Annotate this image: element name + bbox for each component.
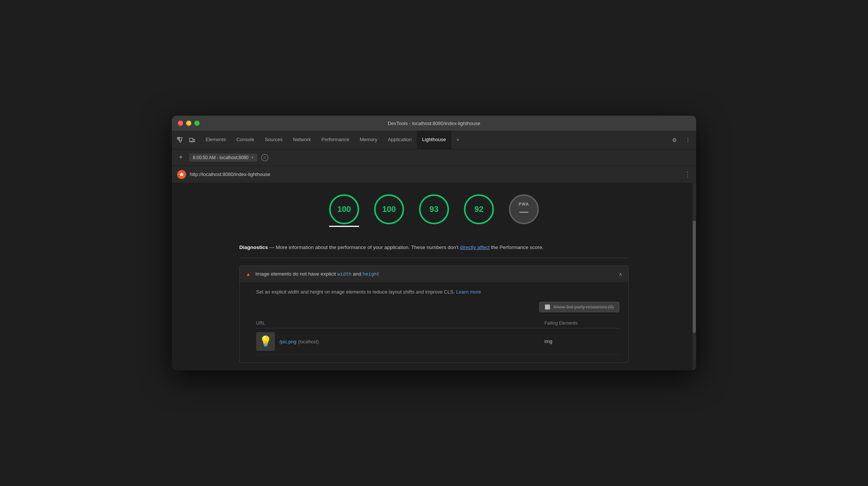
- audit-body: Set an explicit width and height on imag…: [240, 282, 628, 362]
- window-title: DevTools - localhost:8080/index-lighthou…: [388, 121, 480, 126]
- tabs: Elements Console Sources Network Perform…: [200, 131, 666, 149]
- close-button[interactable]: [178, 121, 183, 126]
- resource-url-link[interactable]: /pic.png: [279, 339, 297, 344]
- resource-host: (localhost): [298, 339, 319, 344]
- svg-marker-4: [179, 172, 184, 176]
- col-url-header: URL: [256, 321, 544, 326]
- audit-table: URL Failing Elements 💡 /pic.png (local: [256, 318, 619, 355]
- lighthouse-more-icon[interactable]: ⋮: [684, 170, 691, 179]
- audit-header[interactable]: ▲ Image elements do not have explicit wi…: [240, 266, 628, 282]
- directly-affect-link[interactable]: directly affect: [460, 244, 489, 250]
- diagnostics-header: Diagnostics — More information about the…: [239, 243, 629, 258]
- audit-item: ▲ Image elements do not have explicit wi…: [239, 265, 629, 363]
- score-pwa[interactable]: PWA —: [509, 194, 539, 227]
- title-bar: DevTools - localhost:8080/index-lighthou…: [172, 116, 696, 131]
- tab-bar-left-icons: [175, 131, 197, 149]
- gauge-circle-pwa: PWA —: [509, 194, 539, 224]
- tab-network[interactable]: Network: [288, 131, 316, 149]
- score-performance[interactable]: 100: [329, 194, 359, 227]
- url-bar[interactable]: 8:00:50 AM - localhost:8080 ▾: [189, 154, 257, 162]
- gauge-circle-seo: 92: [464, 194, 494, 224]
- third-party-checkbox-label[interactable]: Show 3rd-party resources (0): [539, 302, 619, 312]
- gauge-circle-performance: 100: [329, 194, 359, 224]
- tab-more[interactable]: »: [451, 131, 464, 149]
- height-code: height: [363, 272, 380, 277]
- third-party-row: Show 3rd-party resources (0): [256, 302, 619, 312]
- tab-bar-right-icons: ⚙ ⋮: [669, 131, 693, 149]
- address-bar: + 8:00:50 AM - localhost:8080 ▾ ⊘: [172, 149, 696, 166]
- tab-sources[interactable]: Sources: [260, 131, 288, 149]
- score-seo[interactable]: 92: [464, 194, 494, 227]
- tab-console[interactable]: Console: [231, 131, 260, 149]
- more-options-icon[interactable]: ⋮: [683, 135, 693, 145]
- score-accessibility[interactable]: 100: [374, 194, 404, 227]
- tab-lighthouse[interactable]: Lighthouse: [417, 131, 451, 149]
- settings-icon[interactable]: ⚙: [669, 135, 680, 145]
- third-party-checkbox-input[interactable]: [545, 304, 550, 310]
- collapse-icon[interactable]: ∧: [619, 271, 622, 277]
- add-tab-button[interactable]: +: [176, 154, 185, 161]
- scores-row: 100 100 93 92: [172, 183, 696, 236]
- scrollbar-track[interactable]: [692, 183, 696, 370]
- svg-rect-2: [193, 139, 195, 142]
- gauge-circle-accessibility: 100: [374, 194, 404, 224]
- tab-performance[interactable]: Performance: [316, 131, 354, 149]
- lighthouse-url: http://localhost:8080/index-lighthouse: [190, 171, 680, 177]
- warning-icon: ▲: [246, 271, 251, 277]
- traffic-lights: [178, 121, 200, 126]
- scrollbar-thumb[interactable]: [693, 221, 696, 332]
- learn-more-link[interactable]: Learn more: [456, 289, 481, 295]
- maximize-button[interactable]: [194, 121, 200, 126]
- audit-title: Image elements do not have explicit widt…: [255, 271, 614, 277]
- cell-url: 💡 /pic.png (localhost): [256, 332, 544, 351]
- cell-failing: img: [544, 338, 619, 344]
- device-icon[interactable]: [187, 135, 197, 145]
- lighthouse-header-bar: http://localhost:8080/index-lighthouse ⋮: [172, 166, 696, 183]
- col-failing-header: Failing Elements: [544, 321, 619, 326]
- tab-memory[interactable]: Memory: [355, 131, 383, 149]
- lighthouse-logo-icon: [177, 170, 186, 179]
- thumbnail-image: 💡: [256, 332, 275, 351]
- table-header-row: URL Failing Elements: [256, 318, 619, 328]
- minimize-button[interactable]: [186, 121, 191, 126]
- gauge-circle-best-practices: 93: [419, 194, 449, 224]
- tab-application[interactable]: Application: [383, 131, 417, 149]
- table-row: 💡 /pic.png (localhost) img: [256, 328, 619, 355]
- tab-elements[interactable]: Elements: [200, 131, 231, 149]
- width-code: width: [337, 272, 352, 277]
- score-best-practices[interactable]: 93: [419, 194, 449, 227]
- tab-bar: Elements Console Sources Network Perform…: [172, 131, 696, 149]
- audit-description: Set an explicit width and height on imag…: [256, 288, 619, 296]
- stop-icon: ⊘: [261, 154, 268, 161]
- cell-url-content: /pic.png (localhost): [279, 338, 319, 345]
- diagnostics-section: Diagnostics — More information about the…: [172, 236, 696, 370]
- main-content: 100 100 93 92: [172, 183, 696, 370]
- devtools-window: DevTools - localhost:8080/index-lighthou…: [172, 116, 696, 370]
- gauge-underline: [329, 226, 359, 227]
- inspect-icon[interactable]: [175, 135, 185, 145]
